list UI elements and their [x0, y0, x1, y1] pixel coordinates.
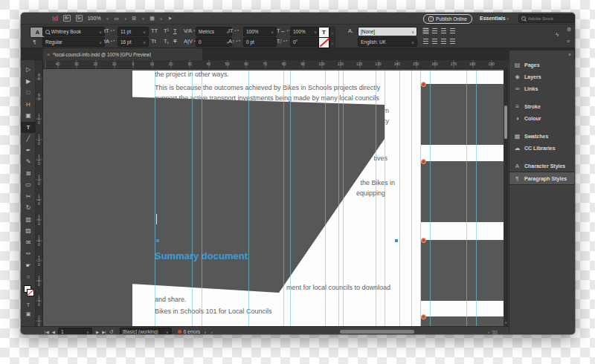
align-left-button[interactable]	[422, 27, 429, 34]
justify-button[interactable]	[449, 27, 456, 34]
view-options-icon[interactable]: ▭	[114, 16, 119, 22]
language-field[interactable]: English: UK∨	[358, 37, 417, 47]
bridge-icon[interactable]: Br	[63, 15, 71, 22]
link-warning-badge[interactable]	[421, 238, 426, 243]
tracking-field[interactable]: 0∨	[196, 37, 232, 47]
workspace-switcher[interactable]: Essentials	[480, 16, 506, 21]
frame-handle-right[interactable]	[395, 239, 398, 242]
document-tab[interactable]: × *local-council-info.indd @ 100% [GPU P…	[43, 48, 202, 60]
next-page-button[interactable]: ▶	[96, 330, 99, 334]
free-transform-tool[interactable]: ↻	[21, 202, 36, 214]
horizontal-ruler[interactable]: 4030201001020304050607080901001101201301…	[36, 60, 508, 69]
document-canvas[interactable]: the project in other ways.This is becaus…	[43, 69, 508, 326]
justify-left-button[interactable]	[422, 38, 429, 45]
link-warning-badge[interactable]	[421, 159, 426, 164]
panel-item-cc-libraries[interactable]: ☁CC Libraries	[509, 142, 574, 154]
font-size-field[interactable]: 11 pt∨	[118, 27, 149, 36]
justify-center-button[interactable]	[431, 38, 438, 45]
frame-handle-left[interactable]	[156, 239, 159, 242]
stock-icon[interactable]: St	[76, 15, 83, 22]
status-scroll-left-icon[interactable]: ‹	[211, 330, 213, 334]
all-caps-button[interactable]: TT	[151, 27, 158, 35]
fill-options-arrow[interactable]: ›	[329, 27, 335, 38]
screen-mode-icon[interactable]: ⊞	[132, 16, 137, 22]
align-center-button[interactable]	[431, 27, 438, 34]
stock-search-box[interactable]	[518, 14, 575, 23]
preflight-chevron-icon[interactable]: ∨	[204, 330, 207, 334]
subscript-button[interactable]: T₁	[164, 37, 169, 45]
stroke-color-swatch[interactable]	[318, 37, 329, 48]
rectangle-tool[interactable]: ▭	[21, 179, 36, 191]
panel-item-swatches[interactable]: ▦Swatches	[509, 130, 574, 142]
vertical-scrollbar[interactable]: ∨	[504, 69, 508, 326]
image-frame[interactable]	[421, 316, 504, 326]
horizontal-scrollbar-thumb[interactable]	[340, 330, 414, 334]
gradient-feather-tool[interactable]: ▨	[21, 225, 36, 237]
page-tool[interactable]: □	[21, 87, 36, 99]
panel-item-layers[interactable]: ◈Layers	[509, 71, 574, 82]
first-page-button[interactable]: |◀	[45, 330, 49, 334]
image-frame[interactable]	[421, 240, 504, 301]
adobe-sensei-icon[interactable]: ϟ	[556, 31, 559, 38]
screen-mode-chevron-icon[interactable]: ∨	[141, 16, 144, 21]
stock-search-input[interactable]	[528, 16, 567, 21]
fill-swatch-icon[interactable]	[27, 289, 34, 296]
view-options-chevron-icon[interactable]: ∨	[124, 16, 127, 21]
panel-item-links[interactable]: ∞Links	[509, 82, 574, 94]
panel-item-pages[interactable]: ▤Pages	[509, 59, 574, 71]
image-frame[interactable]	[421, 84, 504, 145]
formatting-affects-text-button[interactable]: T	[21, 301, 36, 310]
arrange-documents-chevron-icon[interactable]: ∨	[160, 16, 163, 21]
zoom-level[interactable]: 100%	[88, 16, 101, 21]
stroke-options-arrow[interactable]: ›	[329, 37, 335, 48]
pencil-tool[interactable]: ✎	[21, 156, 36, 168]
paragraph-formatting-button[interactable]: ¶	[30, 37, 39, 47]
underline-button[interactable]: T	[173, 27, 177, 35]
superscript-button[interactable]: T¹	[164, 27, 169, 35]
scissors-tool[interactable]: ✂	[21, 191, 36, 203]
font-family-field[interactable]: Whitney Book∨	[42, 27, 105, 36]
strikethrough-button[interactable]: T	[173, 37, 177, 45]
panel-settings-icon[interactable]: ⚙	[567, 27, 571, 33]
fill-color-swatch[interactable]: T	[318, 27, 329, 38]
scroll-down-icon[interactable]: ∨	[504, 320, 508, 325]
selection-tool[interactable]: ▷	[21, 64, 36, 76]
panel-item-paragraph-styles[interactable]: ¶Paragraph Styles	[509, 172, 574, 185]
publish-online-button[interactable]: ↑ Publish Online	[423, 14, 472, 24]
close-tab-icon[interactable]: ×	[47, 52, 50, 57]
direct-selection-tool[interactable]: ▶	[21, 76, 36, 88]
eyedropper-tool[interactable]: ✑	[21, 248, 36, 260]
skew-field[interactable]: 0°	[290, 37, 320, 47]
screen-mode-button[interactable]: ▣	[21, 310, 36, 319]
arrange-documents-icon[interactable]: ▦	[149, 16, 155, 22]
leading-field[interactable]: 16 pt∨	[118, 37, 149, 47]
image-frame[interactable]	[421, 161, 504, 222]
panel-item-colour[interactable]: ◑Colour	[509, 112, 574, 124]
tool-color-swatches[interactable]	[21, 285, 36, 301]
previous-page-button[interactable]: ◀	[52, 330, 55, 334]
vertical-ruler[interactable]: 8 09 01 0 01 1 01 2 01 3 01 4 01 5 01 6 …	[36, 69, 43, 326]
pen-tool[interactable]: ✒	[21, 145, 36, 157]
small-caps-button[interactable]: Tt	[151, 37, 156, 45]
link-warning-badge[interactable]	[421, 314, 426, 319]
zoom-chevron-icon[interactable]: ∨	[106, 16, 109, 21]
ruler-origin-corner[interactable]	[36, 60, 43, 69]
page-number-field[interactable]: 1∨	[58, 328, 92, 334]
panel-item-character-styles[interactable]: ACharacter Styles	[509, 160, 574, 172]
workspace-chevron-icon[interactable]: ∨	[506, 16, 509, 21]
spread-view-icon[interactable]: ▯▯	[492, 329, 498, 334]
kerning-field[interactable]: Metrics∨	[196, 27, 232, 36]
panel-item-stroke[interactable]: ≡Stroke	[509, 100, 574, 112]
hand-tool[interactable]: ☛	[21, 260, 36, 272]
preflight-profile-field[interactable]: [Basic] (working)∨	[120, 328, 172, 334]
last-page-button[interactable]: ▶|	[102, 330, 106, 334]
character-style-field[interactable]: [None]∨	[358, 27, 417, 36]
font-style-field[interactable]: Regular∨	[42, 37, 105, 47]
baseline-shift-field[interactable]: 0 pt	[243, 37, 277, 47]
zoom-tool[interactable]: ○	[21, 271, 36, 283]
vertical-scrollbar-thumb[interactable]	[504, 105, 507, 139]
horizontal-scale-field[interactable]: 100%∨	[290, 27, 320, 36]
collapse-panels-icon[interactable]: «	[568, 52, 571, 57]
gap-tool[interactable]: H	[21, 99, 36, 111]
vertical-scale-field[interactable]: 100%∨	[243, 27, 277, 36]
